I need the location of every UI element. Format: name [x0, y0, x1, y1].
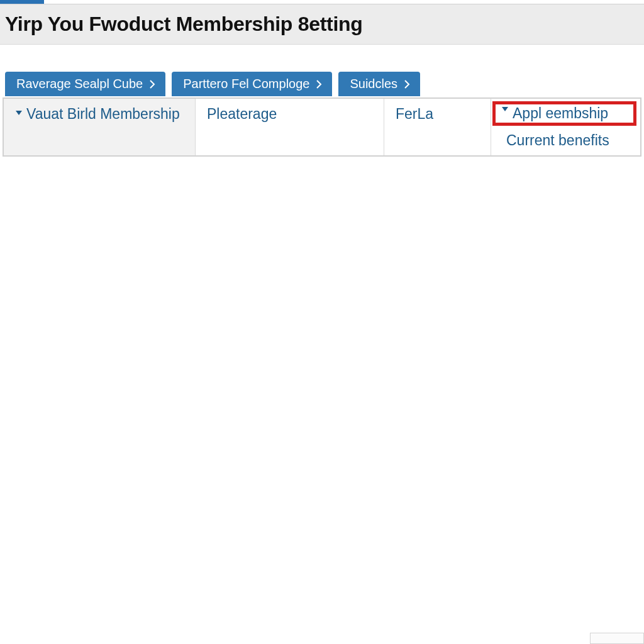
tab-raverage[interactable]: Raverage Sealpl Cube	[5, 72, 165, 96]
page-title: Yirp You Fwoduct Membership 8etting	[5, 13, 363, 36]
tab-label: Suidcles	[350, 77, 397, 91]
page-header: Yirp You Fwoduct Membership 8etting	[0, 4, 644, 45]
cell-label: Appl eembship	[513, 105, 608, 122]
chevron-right-icon	[149, 80, 155, 89]
tab-label: Parttero Fel Comploge	[183, 77, 309, 91]
cell-ferla[interactable]: FerLa	[384, 99, 491, 155]
caret-down-icon	[15, 109, 23, 116]
tab-parttero[interactable]: Parttero Fel Comploge	[172, 72, 332, 96]
footer-status	[590, 633, 644, 644]
link-current-benefits[interactable]: Current benefits	[491, 128, 640, 155]
cell-pleaterage[interactable]: Pleaterage	[196, 99, 384, 155]
chevron-right-icon	[316, 80, 322, 89]
svg-marker-1	[502, 107, 508, 111]
cell-appl-eembship-wrap: Appl eembship	[491, 99, 640, 128]
cell-appl-eembship[interactable]: Appl eembship	[496, 103, 635, 125]
category-row: Vauat Birld Membership Pleaterage FerLa …	[4, 99, 640, 155]
cell-label: Pleaterage	[207, 105, 277, 123]
caret-down-icon	[501, 105, 509, 113]
cell-label: Vauat Birld Membership	[26, 105, 180, 123]
svg-marker-0	[16, 111, 22, 115]
cell-appl-eembship-column: Appl eembship Current benefits	[491, 99, 640, 155]
category-panel: Vauat Birld Membership Pleaterage FerLa …	[3, 97, 641, 157]
cell-label: FerLa	[396, 105, 433, 123]
tab-row: Raverage Sealpl Cube Parttero Fel Complo…	[5, 72, 420, 96]
chevron-right-icon	[404, 80, 410, 89]
cell-vauat-birld-membership[interactable]: Vauat Birld Membership	[4, 99, 196, 155]
tab-suidcles[interactable]: Suidcles	[338, 72, 420, 96]
tab-label: Raverage Sealpl Cube	[16, 77, 143, 91]
